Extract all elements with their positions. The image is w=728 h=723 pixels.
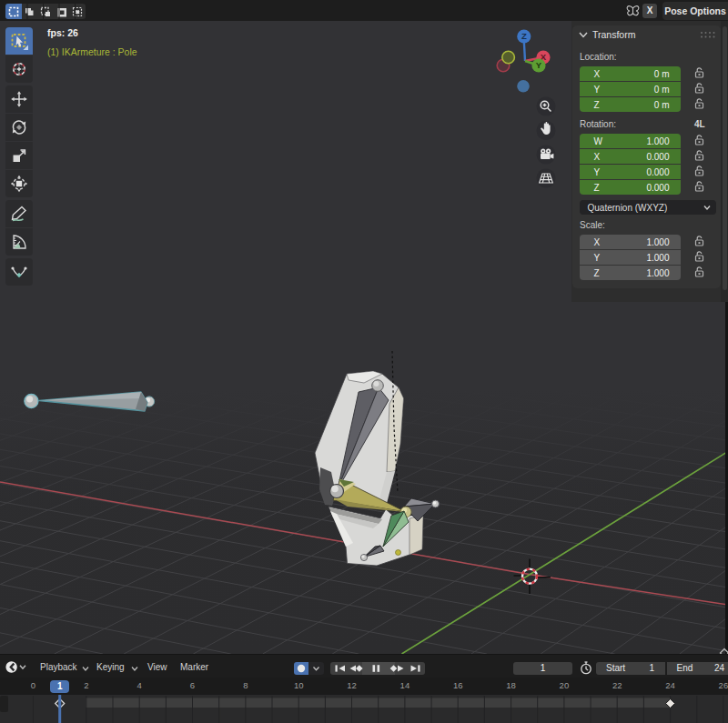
svg-text:Z: Z [521,31,527,41]
svg-text:Y: Y [536,60,542,70]
